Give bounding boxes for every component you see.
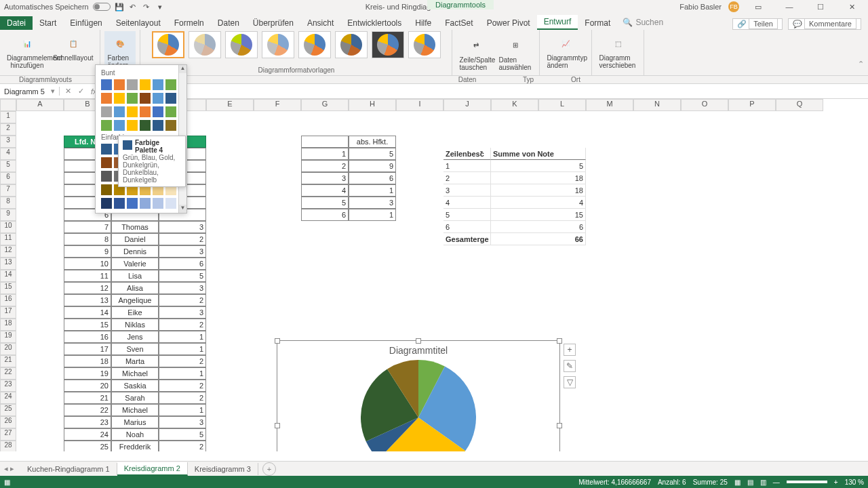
row-header-22[interactable]: 22 [0, 367, 16, 380]
cell[interactable]: Zeilenbesc [443, 148, 491, 160]
tab-file[interactable]: Datei [0, 16, 33, 30]
cell[interactable]: 2 [159, 233, 206, 245]
view-break-icon[interactable]: ▥ [760, 479, 766, 486]
col-header-A[interactable]: A [16, 99, 64, 111]
swap-rowcol-button[interactable]: ⇄Zeile/Spalte tauschen [456, 33, 496, 73]
change-chart-type-button[interactable]: 📈Diagrammtyp ändern [544, 31, 587, 70]
cell[interactable]: 9 [349, 160, 396, 172]
row-header-25[interactable]: 25 [0, 404, 16, 416]
color-swatch[interactable] [114, 93, 125, 104]
color-swatch[interactable] [101, 184, 112, 195]
sheet-tab-2[interactable]: Kreisdiagramm 2 [117, 462, 188, 476]
tab-devtools[interactable]: Entwicklertools [340, 16, 408, 30]
zoom-in-icon[interactable]: + [834, 479, 838, 486]
color-swatch[interactable] [101, 106, 112, 117]
palette-row[interactable] [98, 197, 184, 210]
color-swatch[interactable] [101, 171, 112, 182]
cell[interactable]: 2 [159, 392, 206, 404]
row-header-17[interactable]: 17 [0, 306, 16, 319]
sheet-tab-1[interactable]: Kuchen-Ringdiagramm 1 [20, 463, 117, 475]
cell[interactable]: 1 [301, 148, 349, 160]
autosave-toggle[interactable] [93, 3, 111, 11]
cell[interactable]: Michael [111, 367, 159, 380]
style-thumb-7[interactable] [372, 31, 404, 58]
cell[interactable]: 12 [64, 282, 111, 294]
zoom-out-icon[interactable]: — [773, 479, 780, 486]
move-chart-button[interactable]: ⬚Diagramm verschieben [596, 31, 639, 70]
color-swatch[interactable] [101, 93, 112, 104]
col-header-L[interactable]: L [538, 99, 586, 111]
cell[interactable]: 1 [159, 331, 206, 343]
view-normal-icon[interactable]: ▦ [734, 479, 741, 486]
cell[interactable]: 6 [301, 209, 349, 221]
row-header-16[interactable]: 16 [0, 294, 16, 306]
color-swatch[interactable] [114, 79, 125, 90]
row-header-28[interactable]: 28 [0, 441, 16, 451]
palette-row[interactable] [98, 119, 184, 132]
style-thumb-5[interactable] [298, 31, 331, 58]
cell[interactable]: 2 [159, 319, 206, 331]
cell[interactable]: 11 [64, 270, 111, 282]
cell[interactable]: 3 [159, 245, 206, 258]
color-swatch[interactable] [153, 93, 163, 104]
color-swatch[interactable] [114, 106, 125, 117]
cell[interactable]: 15 [491, 209, 586, 221]
cell[interactable]: 7 [64, 221, 111, 233]
cell[interactable]: 2 [301, 160, 349, 172]
maximize-icon[interactable]: ☐ [808, 0, 833, 14]
col-header-J[interactable]: J [443, 99, 491, 111]
cell[interactable]: Eike [111, 306, 159, 319]
cell[interactable]: Thomas [111, 221, 159, 233]
cell[interactable]: 17 [64, 343, 111, 355]
cell[interactable]: Summe von Note [491, 148, 586, 160]
row-header-1[interactable]: 1 [0, 111, 16, 123]
row-header-7[interactable]: 7 [0, 184, 16, 197]
cell[interactable]: 10 [64, 258, 111, 270]
color-swatch[interactable] [165, 120, 176, 131]
cell[interactable]: Jens [111, 331, 159, 343]
col-header-H[interactable]: H [349, 99, 396, 111]
cell[interactable]: 18 [64, 355, 111, 367]
cell[interactable]: 1 [349, 209, 396, 221]
color-swatch[interactable] [114, 198, 125, 209]
cell[interactable]: abs. Hfkt. [349, 136, 396, 148]
col-header-G[interactable]: G [301, 99, 349, 111]
cell[interactable]: 2 [159, 355, 206, 367]
row-header-24[interactable]: 24 [0, 392, 16, 404]
color-swatch[interactable] [165, 106, 176, 117]
cell[interactable]: 1 [443, 160, 491, 172]
cell[interactable]: Fredderik [111, 441, 159, 451]
tab-help[interactable]: Hilfe [408, 16, 438, 30]
chart-brush-icon[interactable]: ✎ [564, 360, 576, 372]
cell[interactable]: 3 [159, 282, 206, 294]
zoom-level[interactable]: 130 % [845, 479, 864, 486]
color-swatch[interactable] [140, 93, 151, 104]
color-swatch[interactable] [165, 79, 176, 90]
col-header-I[interactable]: I [396, 99, 443, 111]
row-header-9[interactable]: 9 [0, 209, 16, 221]
cell[interactable]: 25 [64, 441, 111, 451]
color-swatch[interactable] [140, 198, 151, 209]
cell[interactable]: 20 [64, 380, 111, 392]
cell[interactable]: 3 [349, 197, 396, 209]
sheet-nav-icon[interactable]: ◂ ▸ [4, 464, 14, 473]
cell[interactable]: 5 [349, 148, 396, 160]
cell[interactable]: 4 [443, 197, 491, 209]
cell[interactable]: Marius [111, 416, 159, 428]
color-swatch[interactable] [153, 79, 163, 90]
col-header-N[interactable]: N [633, 99, 681, 111]
cell[interactable] [301, 136, 349, 148]
color-swatch[interactable] [127, 93, 138, 104]
color-swatch[interactable] [153, 120, 163, 131]
row-header-5[interactable]: 5 [0, 160, 16, 172]
tab-factset[interactable]: FactSet [438, 16, 479, 30]
row-header-14[interactable]: 14 [0, 270, 16, 282]
row-header-12[interactable]: 12 [0, 245, 16, 258]
ribbon-search[interactable]: 🔍Suchen [617, 15, 669, 30]
row-header-19[interactable]: 19 [0, 331, 16, 343]
row-header-3[interactable]: 3 [0, 136, 16, 148]
color-swatch[interactable] [140, 106, 151, 117]
color-swatch[interactable] [101, 120, 112, 131]
cell[interactable]: 23 [64, 416, 111, 428]
color-swatch[interactable] [101, 157, 112, 168]
